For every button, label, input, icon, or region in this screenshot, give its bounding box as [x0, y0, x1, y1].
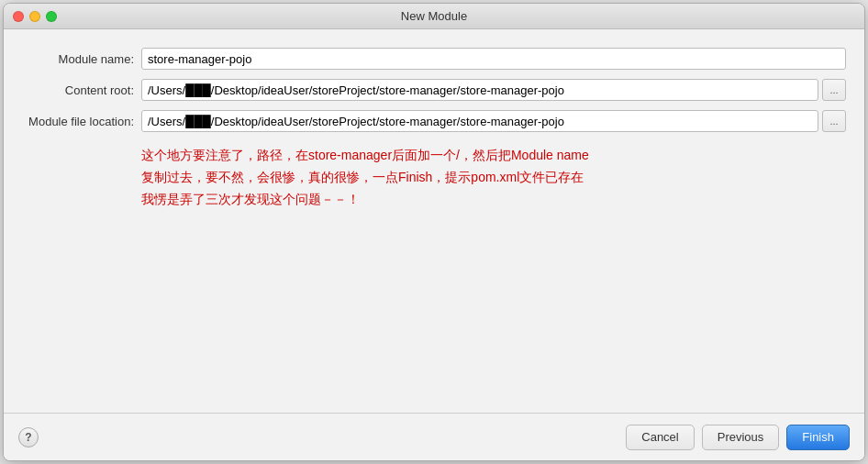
- content-root-label: Content root:: [22, 83, 141, 97]
- traffic-lights: [13, 11, 57, 22]
- new-module-window: New Module Module name: Content root: ..…: [3, 3, 865, 461]
- annotation-line1: 这个地方要注意了，路径，在store-manager后面加一个/，然后把Modu…: [141, 145, 846, 167]
- content-root-input-wrapper: ...: [141, 79, 846, 101]
- finish-button[interactable]: Finish: [786, 425, 850, 450]
- module-file-input-wrapper: ...: [141, 110, 846, 132]
- annotation-line3: 我愣是弄了三次才发现这个问题－－！: [141, 189, 846, 211]
- close-button[interactable]: [13, 11, 24, 22]
- previous-button[interactable]: Previous: [702, 425, 780, 450]
- content-root-input[interactable]: [141, 79, 818, 101]
- annotation-line2: 复制过去，要不然，会很惨，真的很惨，一点Finish，提示pom.xml文件已存…: [141, 167, 846, 189]
- footer-left: ?: [18, 427, 39, 447]
- footer: ? Cancel Previous Finish: [4, 413, 864, 460]
- annotation-text: 这个地方要注意了，路径，在store-manager后面加一个/，然后把Modu…: [141, 145, 846, 210]
- module-file-label: Module file location:: [22, 115, 141, 128]
- cancel-button[interactable]: Cancel: [626, 425, 694, 450]
- window-title: New Module: [401, 9, 467, 23]
- minimize-button[interactable]: [29, 11, 40, 22]
- module-name-input[interactable]: [141, 48, 846, 70]
- title-bar: New Module: [4, 4, 864, 29]
- module-name-row: Module name:: [22, 48, 846, 70]
- module-file-input[interactable]: [141, 110, 818, 132]
- maximize-button[interactable]: [46, 11, 57, 22]
- help-button[interactable]: ?: [18, 427, 39, 447]
- footer-right: Cancel Previous Finish: [626, 425, 850, 450]
- module-file-browse-button[interactable]: ...: [822, 110, 846, 132]
- content-root-browse-button[interactable]: ...: [822, 79, 846, 101]
- module-file-row: Module file location: ...: [22, 110, 846, 132]
- main-content: Module name: Content root: ... Module fi…: [4, 29, 864, 413]
- module-name-input-wrapper: [141, 48, 846, 70]
- content-root-row: Content root: ...: [22, 79, 846, 101]
- module-name-label: Module name:: [22, 52, 141, 66]
